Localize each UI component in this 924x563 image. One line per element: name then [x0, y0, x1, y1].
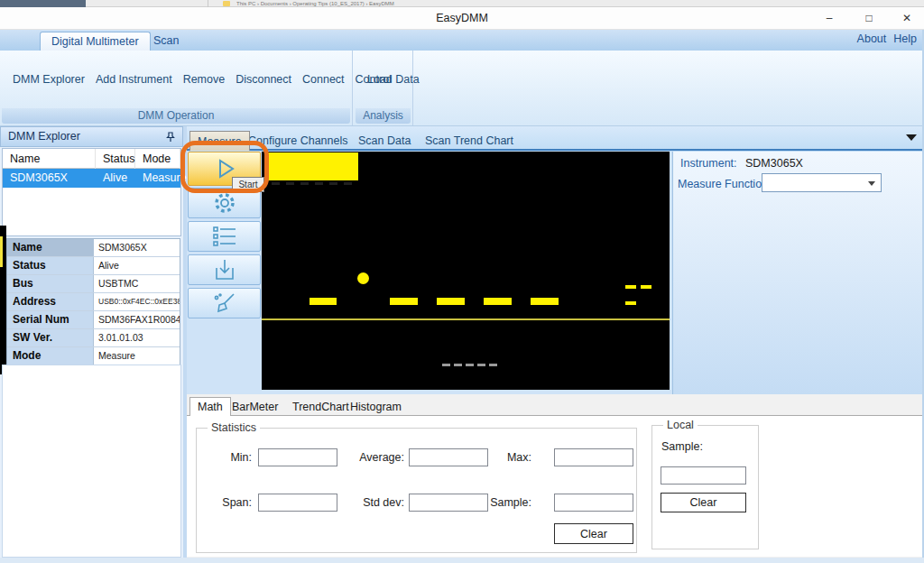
- average-field[interactable]: [409, 448, 488, 466]
- property-value: SDM36FAX1R0084: [94, 311, 180, 328]
- statistics-groupbox: Statistics Min: Average: Max: Span: Std …: [196, 428, 637, 553]
- measure-toolbar: Start: [187, 152, 262, 394]
- span-label: Span:: [197, 496, 252, 509]
- settings-gear-icon: [212, 190, 237, 216]
- settings-button[interactable]: [188, 188, 261, 218]
- property-row: Address USB0::0xF4EC::0xEE38::...: [7, 293, 180, 311]
- instrument-label: Instrument:: [680, 157, 737, 170]
- group-caption: Analysis: [356, 108, 411, 124]
- clear-display-button[interactable]: [188, 288, 261, 318]
- cell-status: Alive: [96, 169, 135, 188]
- titlebar: EasyDMM – □ ✕: [0, 7, 924, 30]
- chevron-down-icon[interactable]: [906, 134, 917, 141]
- local-sample-label: Sample:: [661, 440, 716, 453]
- col-status[interactable]: Status: [96, 149, 135, 169]
- list-icon: [211, 225, 238, 248]
- background-tab: [0, 0, 86, 7]
- std-dev-field[interactable]: [409, 494, 488, 512]
- close-icon[interactable]: ✕: [892, 7, 922, 30]
- table-row[interactable]: SDM3065X Alive Measure: [3, 169, 180, 188]
- divider: [208, 0, 208, 7]
- main-area: DMM Explorer Name Status Mode SDM3065X A…: [0, 126, 924, 563]
- dmm-explorer-button[interactable]: DMM Explorer: [7, 69, 90, 89]
- dmm-display: [262, 152, 670, 390]
- tab-math[interactable]: Math: [189, 397, 231, 416]
- instrument-table: Name Status Mode SDM3065X Alive Measure: [2, 148, 181, 236]
- properties-table: Name SDM3065X Status Alive Bus USBTMC Ad…: [6, 238, 180, 366]
- instrument-value: SDM3065X: [745, 157, 803, 170]
- remove-button[interactable]: Remove: [178, 69, 231, 89]
- maximize-icon[interactable]: □: [854, 7, 884, 30]
- tab-scan-trend-chart[interactable]: Scan Trend Chart: [418, 131, 521, 151]
- local-sample-field[interactable]: [661, 466, 746, 485]
- property-row: Bus USBTMC: [7, 275, 180, 293]
- property-row: Status Alive: [7, 257, 180, 275]
- add-instrument-button[interactable]: Add Instrument: [90, 69, 178, 89]
- group-caption: DMM Operation: [2, 108, 350, 124]
- property-value: SDM3065X: [94, 239, 180, 256]
- groupbox-title: Local: [663, 419, 698, 431]
- min-label: Min:: [197, 451, 252, 464]
- measure-function-label: Measure Function: [678, 178, 768, 190]
- max-field[interactable]: [554, 448, 633, 466]
- overflow-dashes: [272, 172, 358, 189]
- std-dev-label: Std dev:: [332, 496, 404, 509]
- reading-dashes: [310, 292, 356, 309]
- easydmm-window: This PC › Documents › Operating Tips (10…: [0, 0, 924, 563]
- help-link[interactable]: Help: [893, 32, 917, 45]
- about-link[interactable]: About: [857, 32, 887, 45]
- col-mode[interactable]: Mode: [135, 149, 180, 169]
- max-label: Max:: [482, 451, 531, 464]
- measure-view: Start: [187, 152, 924, 394]
- cell-name: SDM3065X: [3, 169, 96, 188]
- local-clear-button[interactable]: Clear: [661, 493, 746, 512]
- property-value: USBTMC: [94, 275, 180, 292]
- clear-broom-icon: [211, 291, 238, 316]
- tab-scan-data[interactable]: Scan Data: [351, 131, 418, 151]
- panel-header: DMM Explorer: [0, 126, 183, 147]
- property-row: Name SDM3065X: [7, 239, 180, 257]
- minimize-icon[interactable]: –: [814, 7, 845, 30]
- property-value: 3.01.01.03: [94, 329, 180, 346]
- sample-field[interactable]: [554, 494, 633, 512]
- average-label: Average:: [332, 451, 404, 464]
- statistics-clear-button[interactable]: Clear: [554, 523, 633, 544]
- measure-function-dropdown[interactable]: [762, 173, 882, 192]
- property-label: Status: [7, 257, 94, 274]
- chevron-down-icon: [868, 181, 875, 186]
- load-data-button[interactable]: Load Data: [362, 69, 425, 89]
- tab-barmeter[interactable]: BarMeter: [224, 397, 286, 416]
- property-label: SW Ver.: [7, 329, 94, 346]
- content-area: Measure Configure Channels Scan Data Sca…: [187, 126, 924, 563]
- tab-histogram[interactable]: Histogram: [342, 397, 410, 416]
- property-label: Mode: [7, 347, 94, 365]
- list-button[interactable]: [188, 221, 261, 252]
- save-data-button[interactable]: [188, 254, 261, 285]
- main-menu-bar: Digital Multimeter Scan AboutHelp: [0, 30, 924, 51]
- tab-scan[interactable]: Scan: [143, 32, 190, 51]
- tab-digital-multimeter[interactable]: Digital Multimeter: [40, 32, 151, 51]
- min-field[interactable]: [258, 448, 337, 466]
- property-label: Bus: [7, 275, 94, 292]
- analysis-panel: Math BarMeter TrendChart Histogram Stati…: [187, 394, 924, 563]
- cell-mode: Measure: [135, 169, 187, 188]
- dmm-explorer-panel: DMM Explorer Name Status Mode SDM3065X A…: [0, 126, 183, 563]
- col-name[interactable]: Name: [3, 149, 96, 169]
- span-field[interactable]: [258, 494, 337, 512]
- ribbon-group-analysis: Load Data Analysis: [354, 51, 413, 125]
- tab-configure-channels[interactable]: Configure Channels: [241, 131, 356, 151]
- panel-title: DMM Explorer: [8, 130, 80, 143]
- connect-button[interactable]: Connect: [297, 69, 350, 89]
- disconnect-button[interactable]: Disconnect: [230, 69, 297, 89]
- sample-label: Sample:: [482, 496, 531, 509]
- pin-icon[interactable]: [164, 131, 177, 143]
- math-tab-page: Statistics Min: Average: Max: Span: Std …: [187, 415, 923, 557]
- tab-measure[interactable]: Measure: [189, 131, 250, 151]
- property-label: Serial Num: [7, 311, 94, 328]
- save-download-icon: [212, 257, 237, 282]
- folder-icon: [223, 1, 230, 6]
- menu-right: AboutHelp: [850, 32, 917, 45]
- secondary-dashes: [442, 354, 501, 370]
- background-artifact: [0, 226, 6, 374]
- property-value: Alive: [94, 257, 180, 274]
